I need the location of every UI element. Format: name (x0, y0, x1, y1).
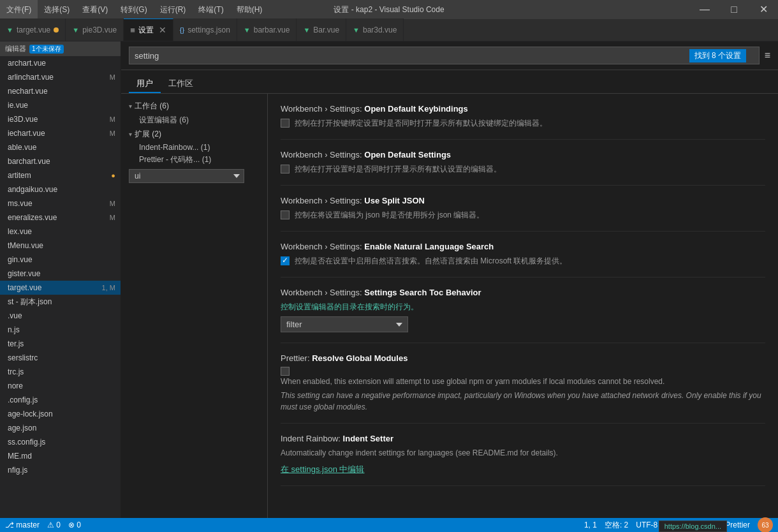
tab-target-vue[interactable]: ▼ target.vue (0, 18, 66, 41)
ui-dropdown[interactable]: ui json (129, 169, 244, 183)
list-item[interactable]: nore (0, 379, 121, 393)
list-item[interactable]: arlinchart.vueM (0, 70, 121, 84)
tab-user[interactable]: 用户 (129, 75, 161, 93)
tab-label: bar3d.vue (363, 26, 397, 34)
tab-close-button[interactable]: ✕ (159, 26, 166, 34)
menu-goto[interactable]: 转到(G) (114, 0, 153, 19)
list-item[interactable]: tMenu.vue (0, 239, 121, 253)
prettier-label[interactable]: Prettier (725, 521, 750, 529)
tab-barbar-vue[interactable]: ▼ barbar.vue (237, 18, 297, 41)
list-item[interactable]: artitem● (0, 168, 121, 182)
list-item[interactable]: ter.js (0, 337, 121, 351)
tab-bar3d-vue[interactable]: ▼ bar3d.vue (346, 18, 404, 41)
list-item[interactable]: gin.vue (0, 253, 121, 267)
list-item[interactable]: age-lock.json (0, 407, 121, 421)
encoding[interactable]: UTF-8 (636, 521, 657, 529)
tab-bar-vue[interactable]: ▼ Bar.vue (297, 18, 346, 41)
checkbox-use-split-json[interactable] (281, 211, 290, 219)
list-item[interactable]: .vue (0, 309, 121, 323)
setting-title-bold: Indent Setter (343, 434, 393, 443)
menu-run[interactable]: 运行(R) (154, 0, 193, 19)
tab-pie3d-vue[interactable]: ▼ pie3D.vue (66, 18, 124, 41)
list-item-target[interactable]: target.vue1, M (0, 281, 121, 295)
list-item[interactable]: able.vue (0, 140, 121, 154)
list-item[interactable]: archart.vue (0, 56, 121, 70)
list-item[interactable]: andgaikuo.vue (0, 182, 121, 196)
main-layout: 编辑器 1个未保存 archart.vue arlinchart.vueM ne… (0, 41, 778, 518)
window-controls[interactable]: — □ ✕ (690, 0, 778, 19)
list-item[interactable]: st - 副本.json (0, 295, 121, 309)
setting-description: 控制在将设置编辑为 json 时是否使用拆分 json 编辑器。 (295, 209, 484, 221)
setting-title-bold: Resolve Global Modules (312, 353, 407, 363)
list-item[interactable]: ms.vueM (0, 196, 121, 211)
nav-subitem-settings-editor[interactable]: 设置编辑器 (6) (121, 114, 267, 127)
nav-subitem-indent-rainbow[interactable]: Indent-Rainbow... (1) (121, 142, 267, 153)
title-bar: 文件(F) 选择(S) 查看(V) 转到(G) 运行(R) 终端(T) 帮助(H… (0, 0, 778, 19)
settings-tab-bar: 用户 工作区 (121, 70, 778, 94)
close-button[interactable]: ✕ (749, 0, 778, 19)
nav-group-workbench: ▾ 工作台 (6) 设置编辑器 (6) (121, 99, 267, 127)
list-item[interactable]: trc.js (0, 365, 121, 379)
chevron-down-icon: ▾ (129, 131, 132, 138)
list-item[interactable]: lex.vue (0, 225, 121, 239)
list-item[interactable]: ie3D.vueM (0, 112, 121, 126)
menu-view[interactable]: 查看(V) (76, 0, 114, 19)
sidebar-header: 编辑器 1个未保存 (0, 41, 121, 56)
list-item[interactable]: barchart.vue (0, 154, 121, 168)
settings-panel: 找到 8 个设置 ≡ 用户 工作区 ▾ 工作台 (6) 设置编辑器 (6) (121, 41, 778, 518)
menu-file[interactable]: 文件(F) (0, 0, 38, 19)
minimize-button[interactable]: — (690, 0, 719, 19)
tab-label: target.vue (17, 26, 50, 34)
search-results-label[interactable]: 找到 8 个设置 (689, 49, 746, 63)
list-item[interactable]: .config.js (0, 393, 121, 407)
edit-in-settings-json-link[interactable]: 在 settings.json 中编辑 (281, 464, 365, 474)
setting-open-default-keybindings: Workbench › Settings: Open Default Keybi… (281, 94, 765, 140)
list-item[interactable]: n.js (0, 323, 121, 337)
toc-behavior-dropdown[interactable]: filter hide (281, 316, 408, 332)
vue-icon: ▼ (244, 26, 251, 34)
list-item[interactable]: nechart.vue (0, 84, 121, 98)
checkbox-resolve-global-modules[interactable] (281, 367, 290, 376)
status-bar: ⎇ master ⚠ 0 ⊗ 0 https://blog.csdn... 1,… (0, 518, 778, 532)
list-item[interactable]: eneralizes.vueM (0, 211, 121, 225)
setting-description: Automatically change indent settings for… (281, 447, 765, 459)
title-bar-menu[interactable]: 文件(F) 选择(S) 查看(V) 转到(G) 运行(R) 终端(T) 帮助(H… (0, 0, 268, 19)
list-item[interactable]: nfig.js (0, 463, 121, 477)
warning-count[interactable]: ⊗ 0 (68, 521, 81, 529)
setting-use-split-json: Workbench › Settings: Use Split JSON 控制在… (281, 186, 765, 232)
search-input[interactable] (129, 47, 760, 64)
setting-control: 控制在打开按键绑定设置时是否同时打开显示所有默认按键绑定的编辑器。 (281, 117, 765, 129)
git-branch[interactable]: ⎇ master (5, 521, 40, 529)
setting-title: Workbench › Settings: Use Split JSON (281, 196, 765, 205)
checkbox-open-default-settings[interactable] (281, 165, 290, 174)
avatar[interactable]: 63 (758, 517, 773, 532)
menu-select[interactable]: 选择(S) (38, 0, 76, 19)
list-item[interactable]: gister.vue (0, 267, 121, 281)
list-item[interactable]: ME.md (0, 449, 121, 463)
setting-title: Workbench › Settings: Open Default Keybi… (281, 104, 765, 114)
search-more-icon[interactable]: ≡ (765, 50, 770, 61)
indentation[interactable]: 空格: 2 (605, 520, 628, 531)
setting-control: 控制是否在设置中启用自然语言搜索。自然语言搜索由 Microsoft 联机服务提… (281, 255, 765, 267)
list-item[interactable]: serslistrc (0, 351, 121, 365)
tab-settings[interactable]: ≡ 设置 ✕ (124, 18, 173, 41)
list-item[interactable]: iechart.vueM (0, 126, 121, 140)
list-item[interactable]: ie.vue (0, 98, 121, 112)
error-count[interactable]: ⚠ 0 (47, 521, 61, 529)
cursor-position[interactable]: 1, 1 (584, 521, 597, 529)
nav-group-workbench-header[interactable]: ▾ 工作台 (6) (121, 99, 267, 114)
setting-search-toc-behavior: Workbench › Settings: Settings Search To… (281, 277, 765, 343)
list-item[interactable]: age.json (0, 421, 121, 435)
menu-terminal[interactable]: 终端(T) (192, 0, 230, 19)
tab-workspace[interactable]: 工作区 (161, 75, 201, 93)
vue-icon: ▼ (353, 26, 360, 34)
tab-settings-json[interactable]: {} settings.json (173, 18, 237, 41)
nav-subitem-prettier[interactable]: Prettier - 代码格... (1) (121, 153, 267, 166)
list-item[interactable]: ss.config.js (0, 435, 121, 449)
nav-group-extensions-header[interactable]: ▾ 扩展 (2) (121, 127, 267, 142)
setting-description: 控制是否在设置中启用自然语言搜索。自然语言搜索由 Microsoft 联机服务提… (295, 255, 567, 267)
maximize-button[interactable]: □ (719, 0, 749, 19)
menu-help[interactable]: 帮助(H) (230, 0, 269, 19)
checkbox-open-default-keybindings[interactable] (281, 119, 290, 128)
checkbox-natural-language-search[interactable] (281, 256, 290, 265)
